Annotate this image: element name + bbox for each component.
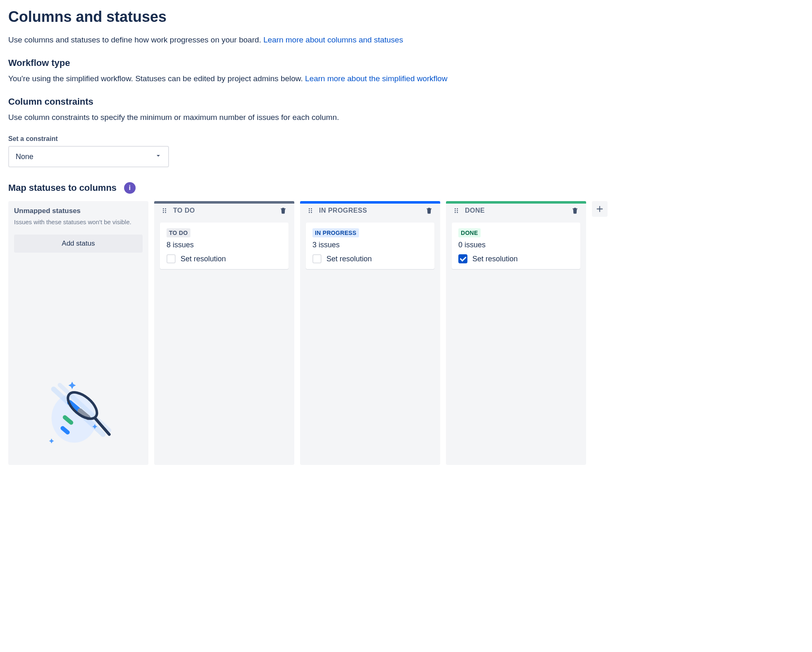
svg-point-8 [165,208,166,209]
column-stripe [154,201,294,204]
learn-more-columns-link[interactable]: Learn more about columns and statuses [263,35,403,44]
svg-point-10 [165,210,166,211]
unmapped-statuses-column: Unmapped statuses Issues with these stat… [8,201,148,465]
svg-point-12 [165,212,166,213]
learn-more-workflow-link[interactable]: Learn more about the simplified workflow [305,74,447,83]
svg-point-17 [309,212,310,213]
intro-paragraph: Use columns and statuses to define how w… [8,35,804,45]
status-card[interactable]: IN PROGRESS 3 issues Set resolution [306,223,434,269]
constraints-text: Use column constraints to specify the mi… [8,113,804,122]
add-column-button[interactable] [592,201,608,217]
unmapped-description: Issues with these statuses won't be visi… [14,218,143,226]
column-constraints-heading: Column constraints [8,96,804,107]
delete-column-button[interactable] [571,207,579,214]
map-statuses-heading: Map statuses to columns [8,183,117,193]
constraint-selected-value: None [16,152,33,161]
svg-point-24 [457,212,458,213]
set-resolution-label: Set resolution [472,255,518,263]
column-header: DONE [452,207,580,214]
status-badge: IN PROGRESS [312,228,359,237]
column-name[interactable]: TO DO [173,207,195,214]
svg-point-7 [163,208,164,209]
svg-point-15 [309,210,310,211]
add-status-button[interactable]: Add status [14,235,143,253]
set-resolution-label: Set resolution [326,255,372,263]
column-name[interactable]: IN PROGRESS [319,207,367,214]
empty-state-illustration [37,373,120,448]
drag-handle-icon[interactable] [453,208,459,213]
column-header: IN PROGRESS [306,207,434,214]
svg-point-13 [309,208,310,209]
svg-point-18 [311,212,312,213]
svg-point-21 [455,210,456,211]
board-column: DONE DONE 0 issues Set resolution [446,201,586,465]
board-column: TO DO TO DO 8 issues Set resolution [154,201,294,465]
intro-text: Use columns and statuses to define how w… [8,35,263,44]
info-icon[interactable]: i [124,182,136,194]
column-stripe [446,201,586,204]
drag-handle-icon[interactable] [162,208,167,213]
svg-point-9 [163,210,164,211]
set-resolution-checkbox[interactable] [312,254,322,263]
issue-count: 8 issues [167,241,282,249]
workflow-text: You're using the simplified workflow. St… [8,74,305,83]
svg-point-19 [455,208,456,209]
issue-count: 0 issues [458,241,574,249]
svg-point-14 [311,208,312,209]
svg-point-23 [455,212,456,213]
page-title: Columns and statuses [8,8,804,26]
constraint-field-label: Set a constraint [8,135,804,143]
set-resolution-label: Set resolution [181,255,226,263]
delete-column-button[interactable] [279,207,287,214]
workflow-type-heading: Workflow type [8,58,804,68]
board-column: IN PROGRESS IN PROGRESS 3 issues Set res… [300,201,440,465]
delete-column-button[interactable] [425,207,433,214]
drag-handle-icon[interactable] [307,208,313,213]
status-badge: TO DO [167,228,190,237]
workflow-paragraph: You're using the simplified workflow. St… [8,74,804,83]
set-resolution-checkbox[interactable] [458,254,467,263]
svg-point-11 [163,212,164,213]
status-card[interactable]: TO DO 8 issues Set resolution [160,223,289,269]
set-resolution-checkbox[interactable] [167,254,176,263]
status-badge: DONE [458,228,481,237]
unmapped-title: Unmapped statuses [14,207,143,215]
columns-container: Unmapped statuses Issues with these stat… [8,201,804,465]
svg-point-20 [457,208,458,209]
chevron-down-icon [155,152,162,161]
column-stripe [300,201,440,204]
column-name[interactable]: DONE [465,207,485,214]
svg-point-16 [311,210,312,211]
svg-point-22 [457,210,458,211]
column-header: TO DO [160,207,289,214]
issue-count: 3 issues [312,241,428,249]
status-card[interactable]: DONE 0 issues Set resolution [452,223,580,269]
constraint-select[interactable]: None [8,146,169,167]
